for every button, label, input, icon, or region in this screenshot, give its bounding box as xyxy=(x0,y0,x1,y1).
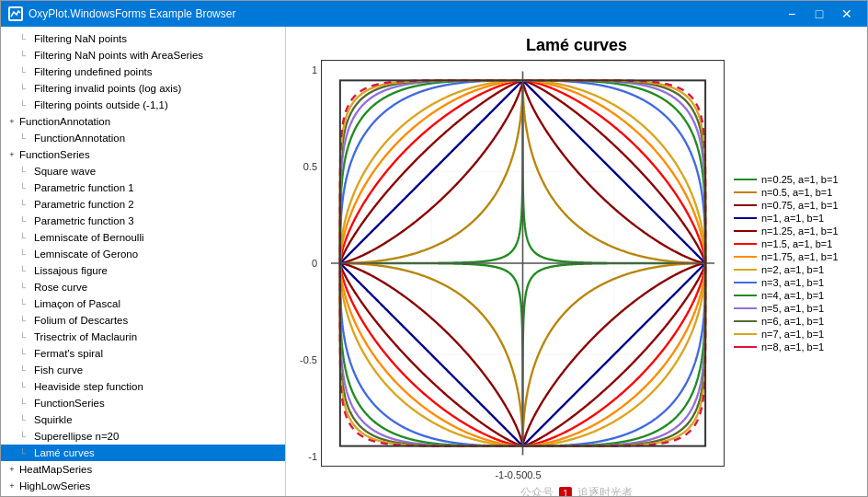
sidebar-item-label-parametric1: Parametric function 1 xyxy=(34,182,134,193)
sidebar-item-label-superellipse: Superellipse n=20 xyxy=(34,431,119,442)
tree-connector xyxy=(19,346,34,361)
sidebar-item-superellipse[interactable]: Superellipse n=20 xyxy=(1,428,285,445)
sidebar-item-function-annotation-item[interactable]: FunctionAnnotation xyxy=(1,130,285,146)
sidebar-item-label-lemniscate-bernoulli: Lemniscate of Bernoulli xyxy=(34,232,144,243)
legend-item-label: n=0.25, a=1, b=1 xyxy=(761,174,839,185)
legend-item: n=6, a=1, b=1 xyxy=(734,316,858,327)
legend-item-label: n=1, a=1, b=1 xyxy=(761,213,824,224)
legend-color-line xyxy=(734,320,757,322)
sidebar-item-lemniscate-gerono[interactable]: Lemniscate of Gerono xyxy=(1,246,285,262)
sidebar-item-function-series[interactable]: FunctionSeries xyxy=(1,395,285,411)
sidebar-item-filter-outside[interactable]: Filtering points outside (-1,1) xyxy=(1,97,285,113)
sidebar-item-lemniscate-bernoulli[interactable]: Lemniscate of Bernoulli xyxy=(1,229,285,246)
legend-item-label: n=4, a=1, b=1 xyxy=(761,290,824,301)
legend-item-label: n=5, a=1, b=1 xyxy=(761,303,824,314)
sidebar-item-histogram-series-group[interactable]: HistogramSeries xyxy=(1,494,285,496)
sidebar-item-label-heaviside: Heaviside step function xyxy=(34,381,143,392)
app-icon xyxy=(8,6,23,21)
sidebar-item-folium[interactable]: Folium of Descartes xyxy=(1,312,285,329)
tree-connector xyxy=(19,31,34,46)
main-area: Lamé curves 10.50-0.5-1 xyxy=(286,27,867,496)
sidebar-item-trisectrix[interactable]: Trisectrix of Maclaurin xyxy=(1,329,285,345)
sidebar[interactable]: Filtering NaN pointsFiltering NaN points… xyxy=(1,27,286,496)
tree-expander-function-annotation-group xyxy=(5,114,19,129)
sidebar-item-label-highlow-series-group: HighLowSeries xyxy=(19,480,90,491)
sidebar-item-filter-undefined[interactable]: Filtering undefined points xyxy=(1,64,285,80)
sidebar-item-label-lame-curves: Lamé curves xyxy=(34,447,95,458)
sidebar-item-filter-invalid[interactable]: Filtering invalid points (log axis) xyxy=(1,80,285,97)
legend-color-line xyxy=(734,282,757,283)
legend-item: n=7, a=1, b=1 xyxy=(734,329,858,340)
y-axis-label: 0 xyxy=(312,258,317,269)
tree-connector xyxy=(19,214,34,228)
tree-expander-heatmap-series-group xyxy=(5,462,19,477)
legend-item: n=0.25, a=1, b=1 xyxy=(734,174,858,185)
y-axis-label: -1 xyxy=(308,451,317,462)
x-axis-labels: -1-0.500.5 xyxy=(495,467,541,480)
x-axis-label: -1 xyxy=(495,469,504,480)
tree-connector xyxy=(19,313,34,328)
sidebar-item-filter-nan[interactable]: Filtering NaN points xyxy=(1,30,285,47)
legend-color-line xyxy=(734,295,757,296)
tree-connector xyxy=(19,197,34,212)
chart-title: Lamé curves xyxy=(526,36,627,55)
legend-color-line xyxy=(734,179,757,180)
legend-item-label: n=0.75, a=1, b=1 xyxy=(761,200,839,211)
legend-item: n=5, a=1, b=1 xyxy=(734,303,858,314)
sidebar-item-squirkle[interactable]: Squirkle xyxy=(1,411,285,428)
y-axis-label: 1 xyxy=(312,64,317,75)
sidebar-item-lissajous[interactable]: Lissajous figure xyxy=(1,262,285,279)
title-bar: OxyPlot.WindowsForms Example Browser − □… xyxy=(1,1,867,27)
sidebar-item-label-folium: Folium of Descartes xyxy=(34,315,128,326)
maximize-button[interactable]: □ xyxy=(806,5,832,23)
sidebar-item-rose[interactable]: Rose curve xyxy=(1,279,285,295)
tree-connector xyxy=(19,429,34,444)
tree-expander-highlow-series-group xyxy=(5,479,19,493)
sidebar-item-parametric2[interactable]: Parametric function 2 xyxy=(1,196,285,213)
legend-item-label: n=1.75, a=1, b=1 xyxy=(761,251,839,262)
tree-connector xyxy=(19,247,34,261)
close-button[interactable]: ✕ xyxy=(834,5,860,23)
legend-color-line xyxy=(734,269,757,271)
legend-item-label: n=1.5, a=1, b=1 xyxy=(761,238,832,249)
legend-item: n=1.5, a=1, b=1 xyxy=(734,238,858,249)
sidebar-item-highlow-series-group[interactable]: HighLowSeries xyxy=(1,478,285,494)
window-controls: − □ ✕ xyxy=(779,5,860,23)
sidebar-item-parametric1[interactable]: Parametric function 1 xyxy=(1,179,285,196)
tree-expander-histogram-series-group xyxy=(5,495,19,496)
sidebar-item-label-trisectrix: Trisectrix of Maclaurin xyxy=(34,331,137,342)
legend-item: n=2, a=1, b=1 xyxy=(734,264,858,275)
sidebar-item-label-fermat: Fermat's spiral xyxy=(34,348,103,359)
tree-connector xyxy=(19,396,34,410)
legend-area: n=0.25, a=1, b=1n=0.5, a=1, b=1n=0.75, a… xyxy=(725,60,858,467)
minimize-button[interactable]: − xyxy=(779,5,805,23)
sidebar-item-function-series-group[interactable]: FunctionSeries xyxy=(1,146,285,163)
sidebar-item-square-wave[interactable]: Square wave xyxy=(1,163,285,179)
sidebar-item-label-function-series: FunctionSeries xyxy=(34,398,105,409)
sidebar-item-function-annotation-group[interactable]: FunctionAnnotation xyxy=(1,113,285,130)
sidebar-item-label-function-annotation-item: FunctionAnnotation xyxy=(34,133,125,144)
tree-connector xyxy=(19,263,34,278)
y-axis-labels: 10.50-0.5-1 xyxy=(295,60,321,467)
sidebar-item-fish[interactable]: Fish curve xyxy=(1,362,285,378)
tree-expander-function-series-group xyxy=(5,147,19,162)
sidebar-item-lame-curves[interactable]: Lamé curves xyxy=(1,445,285,461)
legend-item: n=3, a=1, b=1 xyxy=(734,277,858,288)
sidebar-item-fermat[interactable]: Fermat's spiral xyxy=(1,345,285,362)
legend-item: n=1.25, a=1, b=1 xyxy=(734,225,858,237)
sidebar-item-label-lemniscate-gerono: Lemniscate of Gerono xyxy=(34,248,138,260)
sidebar-item-label-square-wave: Square wave xyxy=(34,166,96,177)
sidebar-item-label-fish: Fish curve xyxy=(34,364,83,376)
chart-area: 10.50-0.5-1 xyxy=(295,60,858,467)
sidebar-item-label-function-annotation-group: FunctionAnnotation xyxy=(19,116,110,127)
sidebar-item-heatmap-series-group[interactable]: HeatMapSeries xyxy=(1,461,285,478)
sidebar-item-heaviside[interactable]: Heaviside step function xyxy=(1,378,285,395)
sidebar-item-filter-nan-area[interactable]: Filtering NaN points with AreaSeries xyxy=(1,47,285,64)
sidebar-item-label-lissajous: Lissajous figure xyxy=(34,265,108,276)
tree-connector xyxy=(19,98,34,112)
legend-color-line xyxy=(734,230,757,232)
legend-item-label: n=3, a=1, b=1 xyxy=(761,277,824,288)
sidebar-item-parametric3[interactable]: Parametric function 3 xyxy=(1,213,285,229)
sidebar-item-label-parametric3: Parametric function 3 xyxy=(34,215,134,226)
sidebar-item-limacon[interactable]: Limaçon of Pascal xyxy=(1,295,285,312)
